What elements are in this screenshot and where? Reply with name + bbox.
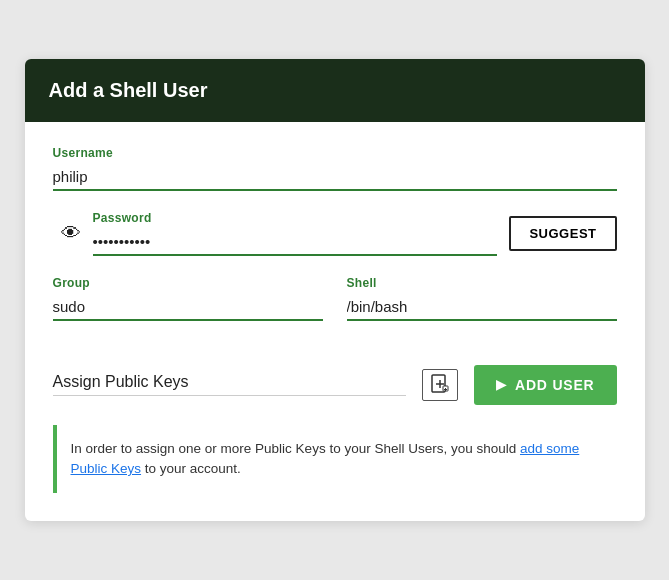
- assign-keys-label: Assign Public Keys: [53, 373, 407, 391]
- username-group: Username: [53, 146, 617, 191]
- password-input[interactable]: [93, 229, 498, 256]
- add-file-icon: [429, 374, 451, 396]
- password-wrapper: Password: [93, 211, 498, 256]
- group-group: Group: [53, 276, 323, 321]
- password-row: 👁 Password SUGGEST: [53, 211, 617, 256]
- add-user-button[interactable]: ▶ ADD USER: [474, 365, 616, 405]
- username-label: Username: [53, 146, 617, 160]
- info-text: In order to assign one or more Public Ke…: [71, 439, 603, 480]
- group-label: Group: [53, 276, 323, 290]
- add-key-icon-button[interactable]: [422, 369, 458, 401]
- info-text-before: In order to assign one or more Public Ke…: [71, 441, 520, 456]
- add-user-label: ADD USER: [515, 377, 595, 393]
- eye-icon[interactable]: 👁: [61, 222, 81, 245]
- password-label: Password: [93, 211, 498, 225]
- shell-group: Shell: [347, 276, 617, 321]
- info-text-after: to your account.: [141, 461, 241, 476]
- card-header: Add a Shell User: [25, 59, 645, 122]
- add-shell-user-card: Add a Shell User Username 👁 Password SUG…: [25, 59, 645, 522]
- shell-label: Shell: [347, 276, 617, 290]
- assign-keys-row: Assign Public Keys ▶ ADD USER: [53, 365, 617, 405]
- info-box: In order to assign one or more Public Ke…: [53, 425, 617, 494]
- suggest-button[interactable]: SUGGEST: [509, 216, 616, 251]
- card-body: Username 👁 Password SUGGEST Group Shell: [25, 122, 645, 522]
- group-shell-row: Group Shell: [53, 276, 617, 341]
- dialog-title: Add a Shell User: [49, 79, 208, 101]
- assign-keys-underline: [53, 395, 407, 396]
- shell-input[interactable]: [347, 294, 617, 321]
- username-input[interactable]: [53, 164, 617, 191]
- add-user-arrow-icon: ▶: [496, 377, 507, 392]
- assign-keys-group: Assign Public Keys: [53, 373, 407, 396]
- group-input[interactable]: [53, 294, 323, 321]
